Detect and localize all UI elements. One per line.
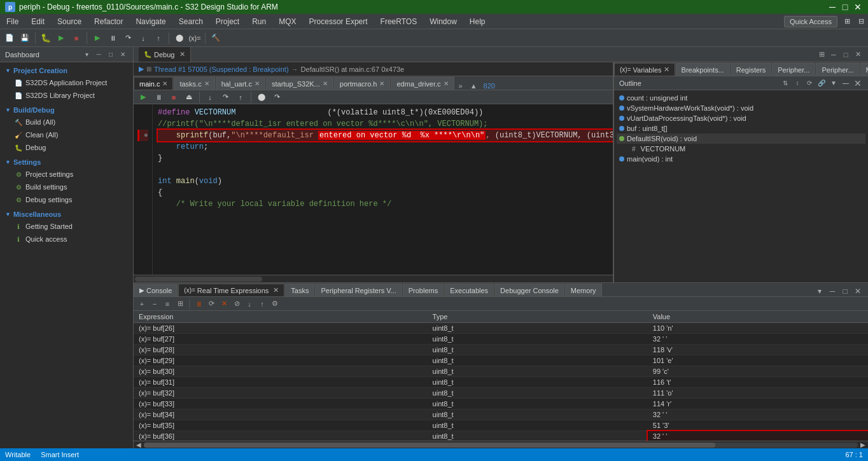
new-button[interactable]: 📄 <box>3 31 17 45</box>
sidebar-item-debug-settings[interactable]: ⚙ Debug settings <box>0 193 133 206</box>
save-button[interactable]: 💾 <box>18 31 32 45</box>
section-project-creation-header[interactable]: ▼ Project Creation <box>0 65 133 76</box>
menu-search[interactable]: Search <box>172 14 209 29</box>
menu-window[interactable]: Window <box>423 14 463 29</box>
tab-rte[interactable]: (x)= Real Time Expressions ✕ <box>178 284 284 296</box>
menu-source[interactable]: Source <box>51 14 88 29</box>
table-row[interactable]: (x)= buf[36]uint8_t32 ' ' <box>134 431 868 441</box>
tab-registers[interactable]: Registers <box>731 63 771 76</box>
tab-tasks-c-close[interactable]: ✕ <box>204 80 209 87</box>
rte-settings-btn[interactable]: ⚙ <box>269 298 281 310</box>
tab-debugger-console[interactable]: Debugger Console <box>494 284 564 296</box>
debug-tab[interactable]: 🐛 Debug ✕ <box>139 47 191 62</box>
rte-tab-close[interactable]: ✕ <box>273 286 279 294</box>
bottom-panel-maximize[interactable]: □ <box>840 286 850 296</box>
outline-sync-btn[interactable]: ⟳ <box>804 78 815 88</box>
tab-main-c-close[interactable]: ✕ <box>162 80 167 87</box>
menu-refactor[interactable]: Refactor <box>88 14 129 29</box>
tab-hal-uart[interactable]: hal_uart.c ✕ <box>216 77 265 90</box>
bottom-panel-close[interactable]: ✕ <box>853 286 863 296</box>
resume-btn[interactable]: ▶ <box>90 31 104 45</box>
stop-btn[interactable]: ■ <box>69 31 83 45</box>
table-row[interactable]: (x)= buf[32]uint8_t111 'o' <box>134 388 868 399</box>
table-row[interactable]: (x)= buf[26]uint8_t110 'n' <box>134 323 868 334</box>
table-row[interactable]: (x)= buf[27]uint8_t32 ' ' <box>134 334 868 345</box>
hscroll-thumb[interactable] <box>135 277 262 282</box>
menu-edit[interactable]: Edit <box>25 14 51 29</box>
dt-skip-bp[interactable]: ↷ <box>270 90 284 104</box>
tab-main-c[interactable]: main.c ✕ <box>134 77 173 90</box>
menu-mqx[interactable]: MQX <box>272 14 302 29</box>
debug-panel-btn1[interactable]: ⊞ <box>816 50 827 60</box>
title-bar-controls[interactable]: ─ □ ✕ <box>827 2 863 12</box>
tab-console[interactable]: ▶ Console <box>134 284 178 296</box>
dt-step-into[interactable]: ↓ <box>203 90 217 104</box>
sidebar-item-quick-access[interactable]: ℹ Quick access <box>0 233 133 245</box>
tab-startup-close[interactable]: ✕ <box>323 80 328 87</box>
tab-executables[interactable]: Executables <box>444 284 494 296</box>
menu-navigate[interactable]: Navigate <box>129 14 172 29</box>
tab-tasks-c[interactable]: tasks.c ✕ <box>174 77 214 90</box>
dt-toggle-bp[interactable]: ⬤ <box>255 90 269 104</box>
suspend-btn[interactable]: ⏸ <box>106 31 120 45</box>
close-button[interactable]: ✕ <box>853 2 863 12</box>
editor-hscrollbar[interactable] <box>134 275 613 282</box>
dashboard-close-btn[interactable]: ✕ <box>118 50 128 60</box>
outline-close-btn[interactable]: ✕ <box>853 78 863 88</box>
menu-processor-expert[interactable]: Processor Expert <box>303 14 374 29</box>
outline-menu-btn[interactable]: ─ <box>841 78 851 88</box>
step-over-btn[interactable]: ↷ <box>121 31 135 45</box>
bottom-hscrollbar[interactable]: ◀ ▶ <box>134 441 868 448</box>
rte-collapse-btn[interactable]: ≡ <box>162 298 173 310</box>
tab-expand-btn[interactable]: ▲ <box>466 82 481 90</box>
outline-link-btn[interactable]: 🔗 <box>816 78 827 88</box>
build-btn[interactable]: 🔨 <box>209 31 223 45</box>
table-row[interactable]: (x)= buf[29]uint8_t101 'e' <box>134 355 868 366</box>
sidebar-item-project-settings[interactable]: ⚙ Project settings <box>0 168 133 181</box>
perspective-btn[interactable]: ⊞ <box>840 15 854 29</box>
dt-step-over[interactable]: ↷ <box>218 90 232 104</box>
outline-item-main[interactable]: main(void) : int <box>617 154 865 164</box>
tab-problems[interactable]: Problems <box>403 284 444 296</box>
rte-remove-btn[interactable]: − <box>149 298 160 310</box>
debug-panel-btn4[interactable]: ✕ <box>853 50 863 60</box>
tab-modules[interactable]: Modules <box>860 63 868 76</box>
outline-item-defaultisr[interactable]: DefaultISR(void) : void <box>617 134 865 144</box>
table-row[interactable]: (x)= buf[31]uint8_t116 't' <box>134 377 868 388</box>
outline-item-vuart[interactable]: vUartDataProcessingTask(void*) : void <box>617 113 865 123</box>
tab-edma-close[interactable]: ✕ <box>444 80 449 87</box>
menu-help[interactable]: Help <box>463 14 492 29</box>
dt-suspend[interactable]: ⏸ <box>151 90 165 104</box>
watch-btn[interactable]: (x)= <box>188 31 202 45</box>
tab-periph1[interactable]: Peripher... <box>772 63 815 76</box>
table-row[interactable]: (x)= buf[35]uint8_t51 '3' <box>134 420 868 431</box>
tab-edma[interactable]: edma_driver.c ✕ <box>391 77 454 90</box>
sidebar-item-clean[interactable]: 🧹 Clean (All) <box>0 128 133 141</box>
bottom-panel-minimize[interactable]: ─ <box>827 286 837 296</box>
table-row[interactable]: (x)= buf[34]uint8_t32 ' ' <box>134 409 868 420</box>
outline-sort-btn[interactable]: ⇅ <box>780 78 790 88</box>
dashboard-maximize-btn[interactable]: □ <box>106 50 116 60</box>
table-row[interactable]: (x)= buf[33]uint8_t114 'r' <box>134 399 868 409</box>
section-build-header[interactable]: ▼ Build/Debug <box>0 104 133 116</box>
code-content[interactable]: #define VECTORNUM (*(volatile uint8_t*)(… <box>153 104 613 275</box>
rte-add-btn[interactable]: + <box>136 298 148 310</box>
debug-panel-btn3[interactable]: □ <box>841 50 851 60</box>
bottom-panel-menu[interactable]: ▾ <box>815 286 825 296</box>
section-misc-header[interactable]: ▼ Miscellaneous <box>0 209 133 220</box>
perspective-btn2[interactable]: ⊟ <box>854 15 868 29</box>
menu-freertos[interactable]: FreeRTOS <box>374 14 424 29</box>
dt-step-return[interactable]: ↑ <box>234 90 248 104</box>
outline-filter-btn[interactable]: ▼ <box>829 78 839 88</box>
rte-export-btn[interactable]: ↑ <box>256 298 268 310</box>
breakpoint-btn[interactable]: ⬤ <box>172 31 186 45</box>
code-editor[interactable]: ● #define VECTORNUM (*(volatile uint8_t*… <box>134 104 613 275</box>
rte-refresh-btn[interactable]: ⟳ <box>206 298 217 310</box>
tab-periph2[interactable]: Peripher... <box>816 63 859 76</box>
outline-item-buf[interactable]: buf : uint8_t[] <box>617 123 865 134</box>
debug-panel-btn2[interactable]: ─ <box>829 50 839 60</box>
tab-memory[interactable]: Memory <box>565 284 602 296</box>
sidebar-item-build[interactable]: 🔨 Build (All) <box>0 116 133 128</box>
quick-access-button[interactable]: Quick Access <box>784 16 837 27</box>
rte-delete-all-btn[interactable]: ⊘ <box>231 298 242 310</box>
